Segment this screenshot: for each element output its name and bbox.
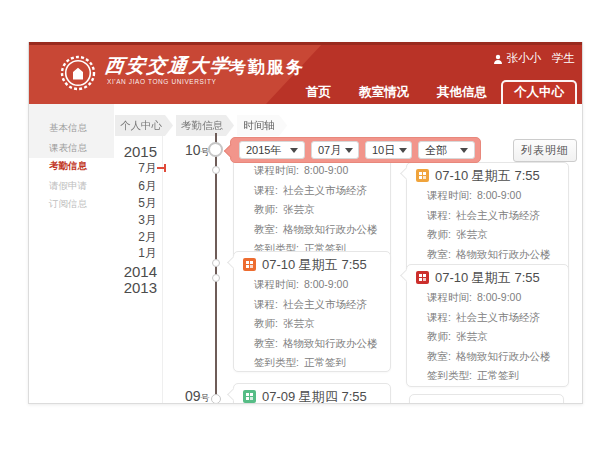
chevron-down-icon xyxy=(460,148,468,153)
card-row: 课程:社会主义市场经济 xyxy=(427,308,568,328)
signin-status-icon xyxy=(416,169,429,182)
breadcrumb-item-personal-center[interactable]: 个人中心 xyxy=(115,115,173,136)
field-label: 课程: xyxy=(254,298,278,310)
main-nav: 首页 教室情况 其他信息 个人中心 xyxy=(292,80,577,104)
card-row: 课程:社会主义市场经济 xyxy=(254,295,390,315)
chevron-down-icon xyxy=(345,148,353,153)
user-info[interactable]: 张小小 学生 xyxy=(493,51,576,66)
user-role: 学生 xyxy=(552,51,575,66)
card-row: 课程时间:8:00-9:00 xyxy=(254,161,390,181)
field-value: 8:00-9:00 xyxy=(304,278,348,290)
year-select[interactable]: 2015年 xyxy=(239,141,305,159)
field-label: 课程时间: xyxy=(427,189,472,201)
month-select-value: 07月 xyxy=(318,143,341,158)
field-value: 8:00-9:00 xyxy=(477,291,521,303)
attendance-card: 07-09 星期四 7:55 xyxy=(233,383,391,404)
field-value: 格物致知行政办公楼 xyxy=(456,248,551,260)
current-month-marker xyxy=(157,167,164,169)
field-value: 社会主义市场经济 xyxy=(456,209,540,221)
card-row: 签到类型:正常签到 xyxy=(254,353,390,373)
chevron-down-icon xyxy=(399,148,407,153)
card-row: 教室:格物致知行政办公楼 xyxy=(254,334,390,354)
header-top-stripe xyxy=(29,42,582,45)
field-value: 社会主义市场经济 xyxy=(456,311,540,323)
day-select[interactable]: 10日 xyxy=(365,141,412,159)
timeline-node-day10 xyxy=(208,142,223,157)
day-select-value: 10日 xyxy=(372,143,395,158)
card-row: 教室:格物致知行政办公楼 xyxy=(427,245,568,265)
university-name-en: XI'AN JIAO TONG UNIVERSITY xyxy=(107,78,216,85)
card-row: 签到类型:正常签到 xyxy=(427,366,568,386)
timeline-nav-month-mar[interactable]: 3月 xyxy=(109,212,157,228)
user-name: 张小小 xyxy=(507,51,542,66)
field-label: 教室: xyxy=(427,248,451,260)
sidebar-item-subscription[interactable]: 订阅信息 xyxy=(29,194,114,214)
timeline-node xyxy=(212,274,220,282)
year-select-value: 2015年 xyxy=(246,143,281,158)
sidebar-item-timetable[interactable]: 课表信息 xyxy=(29,138,114,158)
filter-bar-arrow xyxy=(224,144,238,158)
sidebar-item-attendance[interactable]: 考勤信息 xyxy=(29,156,114,176)
nav-item-other-info[interactable]: 其他信息 xyxy=(423,80,501,104)
timeline-nav-month-feb[interactable]: 2月 xyxy=(109,229,157,245)
field-value: 张芸京 xyxy=(456,330,488,342)
type-select-value: 全部 xyxy=(425,143,447,158)
timeline-nav-month-jan[interactable]: 1月 xyxy=(109,245,157,261)
card-row: 课程:社会主义市场经济 xyxy=(254,181,390,201)
timeline-nav-year-2015[interactable]: 2015 xyxy=(109,143,157,161)
timeline-nav-month-jul[interactable]: 7月 xyxy=(109,160,157,176)
sidebar-item-leave-request[interactable]: 请假申请 xyxy=(29,176,114,196)
card-date: 07-10 星期五 7:55 xyxy=(435,269,540,287)
nav-item-home[interactable]: 首页 xyxy=(292,80,345,104)
field-label: 教室: xyxy=(427,350,451,362)
card-row: 课程:社会主义市场经济 xyxy=(427,206,568,226)
field-value: 正常签到 xyxy=(304,356,346,368)
field-label: 课程时间: xyxy=(254,278,299,290)
card-row: 课程时间:8:00-9:00 xyxy=(427,288,568,308)
page: 西安交通大学 XI'AN JIAO TONG UNIVERSITY 考勤服务 张… xyxy=(0,0,600,450)
field-value: 8:00-9:00 xyxy=(477,189,521,201)
breadcrumb-item-timeline[interactable]: 时间轴 xyxy=(237,115,287,136)
timeline-nav-month-jun[interactable]: 6月 xyxy=(109,178,157,194)
field-label: 教师: xyxy=(427,330,451,342)
day-label-09: 09号 xyxy=(185,388,210,404)
month-rail xyxy=(162,136,163,403)
type-select[interactable]: 全部 xyxy=(418,141,475,159)
field-label: 课程: xyxy=(427,311,451,323)
signin-status-icon xyxy=(416,271,429,284)
nav-item-classrooms[interactable]: 教室情况 xyxy=(345,80,423,104)
app-title: 考勤服务 xyxy=(229,56,305,79)
card-row: 教室:格物致知行政办公楼 xyxy=(254,220,390,240)
month-select[interactable]: 07月 xyxy=(311,141,359,159)
timeline-node-day09 xyxy=(211,394,221,404)
card-date: 07-10 星期五 7:55 xyxy=(262,256,367,274)
university-name: 西安交通大学 xyxy=(104,53,233,79)
day-label-10: 10号 xyxy=(185,142,210,159)
nav-tab-personal-center[interactable]: 个人中心 xyxy=(501,80,577,104)
timeline-nav-year-2013[interactable]: 2013 xyxy=(109,279,157,297)
attendance-card: 07-10 星期五 7:55 课程时间:8:00-9:00 课程:社会主义市场经… xyxy=(406,264,569,387)
card-date: 07-09 星期四 7:55 xyxy=(262,388,367,405)
field-label: 教师: xyxy=(254,317,278,329)
app-window: 西安交通大学 XI'AN JIAO TONG UNIVERSITY 考勤服务 张… xyxy=(28,42,583,404)
field-label: 教室: xyxy=(254,337,278,349)
field-label: 课程时间: xyxy=(427,291,472,303)
field-label: 签到类型: xyxy=(254,356,299,368)
list-detail-button[interactable]: 列表明细 xyxy=(513,139,577,162)
filter-bar: 2015年 07月 10日 全部 xyxy=(230,137,481,163)
field-label: 教师: xyxy=(254,203,278,215)
field-label: 签到类型: xyxy=(427,369,472,381)
sidebar-item-basic-info[interactable]: 基本信息 xyxy=(29,118,114,138)
field-value: 社会主义市场经济 xyxy=(283,298,367,310)
field-value: 正常签到 xyxy=(477,369,519,381)
field-label: 课程: xyxy=(254,184,278,196)
breadcrumb-item-attendance[interactable]: 考勤信息 xyxy=(176,115,234,136)
field-value: 格物致知行政办公楼 xyxy=(456,350,551,362)
chevron-down-icon xyxy=(290,148,298,153)
field-value: 张芸京 xyxy=(456,228,488,240)
field-value: 格物致知行政办公楼 xyxy=(283,223,378,235)
timeline-nav-month-may[interactable]: 5月 xyxy=(109,195,157,211)
field-label: 教师: xyxy=(427,228,451,240)
field-value: 社会主义市场经济 xyxy=(283,184,367,196)
field-label: 课程: xyxy=(427,209,451,221)
